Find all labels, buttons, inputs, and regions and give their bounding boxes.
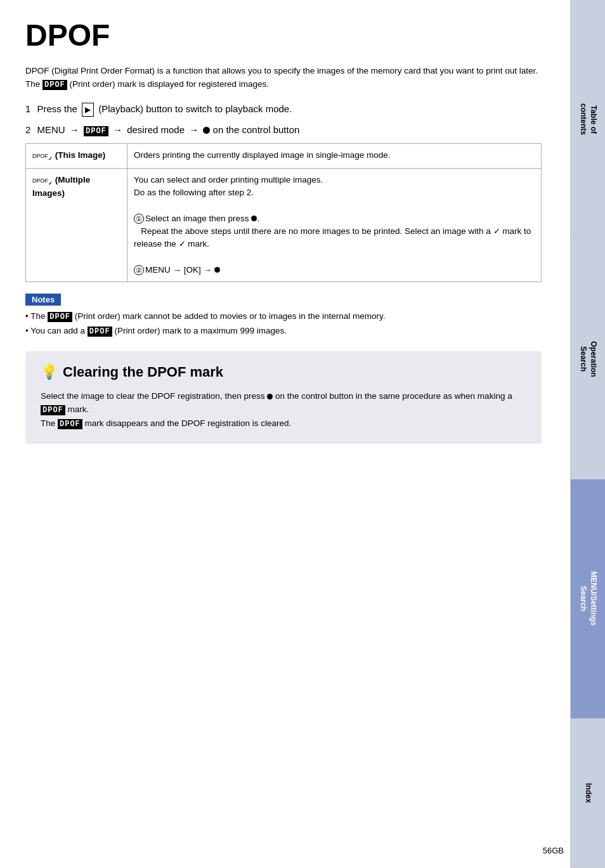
table-row-this-image: DPOF✓ (This Image) Orders printing the c… (26, 144, 542, 169)
dpof-mark-clearing1: DPOF (41, 405, 65, 415)
playback-btn-icon: ▶ (82, 103, 94, 117)
sidebar: Table ofcontents OperationSearch MENU/Se… (570, 0, 605, 868)
notes-label: Notes (25, 294, 61, 306)
tip-icon: 💡 (41, 364, 58, 380)
page-title: DPOF (25, 19, 542, 53)
clearing-title: 💡 Clearing the DPOF mark (41, 364, 526, 380)
notes-item-1: The DPOF (Print order) mark cannot be ad… (25, 309, 542, 324)
clearing-text: Select the image to clear the DPOF regis… (41, 389, 526, 431)
table-cell-desc-multiple: You can select and order printing multip… (127, 168, 542, 282)
page-number: 56GB (543, 846, 564, 855)
dpof-mark-note1: DPOF (48, 312, 72, 322)
step-2: 2 MENU → DPOF → desired mode → on the co… (25, 123, 542, 138)
clearing-box: 💡 Clearing the DPOF mark Select the imag… (25, 351, 542, 444)
table-cell-label-this-image: DPOF✓ (This Image) (26, 144, 127, 169)
table-cell-label-multiple: DPOF✓ (Multiple Images) (26, 168, 127, 282)
step-1: 1 Press the ▶ (Playback) button to switc… (25, 102, 542, 117)
notes-box: Notes The DPOF (Print order) mark cannot… (25, 294, 542, 339)
dpof-mark-clearing2: DPOF (58, 419, 82, 429)
main-content: DPOF DPOF (Digital Print Order Format) i… (0, 0, 567, 469)
dpof-mark-intro: DPOF (42, 80, 67, 90)
table-cell-desc-this-image: Orders printing the currently displayed … (127, 144, 542, 169)
sidebar-tab-index[interactable]: Index (570, 719, 605, 868)
table-row-multiple-images: DPOF✓ (Multiple Images) You can select a… (26, 168, 542, 282)
sidebar-tab-menu-settings[interactable]: MENU/SettingsSearch (570, 479, 605, 719)
notes-list: The DPOF (Print order) mark cannot be ad… (25, 309, 542, 339)
num-circle-2: ② (134, 265, 144, 275)
num-circle-1: ① (134, 214, 144, 224)
sidebar-tab-toc[interactable]: Table ofcontents (570, 0, 605, 240)
dpof-mark-note2: DPOF (88, 327, 112, 337)
sidebar-tab-operation[interactable]: OperationSearch (570, 240, 605, 479)
intro-text: DPOF (Digital Print Order Format) is a f… (25, 64, 542, 92)
notes-item-2: You can add a DPOF (Print order) mark to… (25, 324, 542, 339)
mode-table: DPOF✓ (This Image) Orders printing the c… (25, 143, 542, 282)
dpof-mark-step2: DPOF (84, 126, 108, 136)
